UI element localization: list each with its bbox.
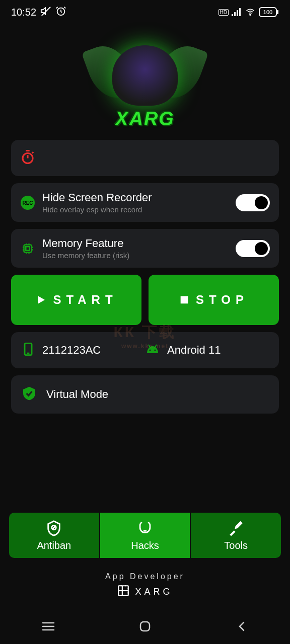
svg-rect-14 [26, 247, 30, 251]
svg-text:100: 100 [263, 9, 272, 15]
rec-icon: REC [20, 195, 42, 210]
stop-button[interactable]: STOP [149, 275, 279, 325]
signal-icon [232, 8, 242, 16]
svg-line-20 [149, 345, 150, 347]
memory-toggle[interactable] [236, 240, 270, 257]
status-bar: 10:52 HD 100 [0, 0, 290, 24]
tab-hacks[interactable]: Hacks [100, 513, 190, 558]
hide-recorder-card: REC Hide Screen Recorder Hide overlay es… [11, 183, 279, 222]
svg-rect-13 [24, 245, 32, 252]
memory-card: Memory Feature Use memory feature (risk) [11, 229, 279, 268]
svg-line-21 [155, 345, 157, 347]
timer-card[interactable] [11, 140, 279, 176]
wifi-icon [245, 8, 256, 17]
nav-home-button[interactable] [125, 620, 165, 632]
tab-tools-label: Tools [224, 540, 248, 551]
mute-icon [40, 6, 51, 19]
svg-point-6 [250, 14, 251, 15]
footer: App Developer XARG [11, 572, 279, 609]
timer-icon [20, 149, 35, 167]
nav-recent-button[interactable] [28, 621, 68, 631]
status-time: 10:52 [11, 7, 36, 18]
svg-rect-3 [234, 12, 236, 16]
virtual-mode-label: Virtual Mode [46, 388, 108, 401]
device-info-card: 2112123AC Android 11 [11, 332, 279, 368]
svg-rect-4 [237, 10, 238, 16]
grid-icon [117, 584, 130, 600]
shield-check-icon [21, 385, 37, 404]
svg-text:REC: REC [22, 200, 33, 206]
device-os: Android 11 [167, 344, 221, 357]
svg-rect-5 [239, 8, 241, 16]
virtual-mode-card: Virtual Mode [11, 375, 279, 414]
battery-icon: 100 [259, 7, 279, 17]
tab-tools[interactable]: Tools [191, 513, 281, 558]
hide-recorder-title: Hide Screen Recorder [42, 191, 236, 204]
start-button[interactable]: START [11, 275, 141, 325]
bottom-tabbar: Antiban Hacks Tools [9, 513, 281, 558]
start-label: START [53, 293, 117, 307]
memory-title: Memory Feature [42, 237, 236, 250]
svg-rect-2 [232, 14, 233, 16]
developer-name: XARG [135, 587, 173, 597]
phone-icon [21, 342, 35, 358]
hide-recorder-sub: Hide overlay esp when record [42, 205, 236, 214]
memory-sub: Use memory feature (risk) [42, 251, 236, 260]
nav-back-button[interactable] [222, 620, 262, 632]
alarm-icon [55, 6, 66, 19]
tab-antiban[interactable]: Antiban [9, 513, 99, 558]
device-model: 2112123AC [42, 344, 101, 357]
svg-rect-15 [181, 296, 188, 304]
hide-recorder-toggle[interactable] [236, 194, 270, 211]
chip-icon [20, 241, 42, 256]
tab-antiban-label: Antiban [37, 540, 71, 551]
android-navbar [0, 609, 290, 644]
svg-line-0 [42, 7, 50, 15]
svg-point-19 [154, 349, 156, 351]
developer-label: App Developer [11, 572, 279, 581]
svg-rect-8 [277, 10, 278, 14]
android-icon [145, 343, 160, 357]
hd-icon: HD [219, 9, 229, 16]
status-right: HD 100 [219, 7, 279, 17]
logo-text: XARG [115, 108, 175, 130]
stop-label: STOP [196, 293, 249, 307]
svg-rect-29 [140, 622, 150, 631]
app-logo: XARG [11, 29, 279, 140]
tab-hacks-label: Hacks [131, 540, 159, 551]
status-left: 10:52 [11, 6, 66, 19]
svg-point-18 [149, 349, 151, 351]
